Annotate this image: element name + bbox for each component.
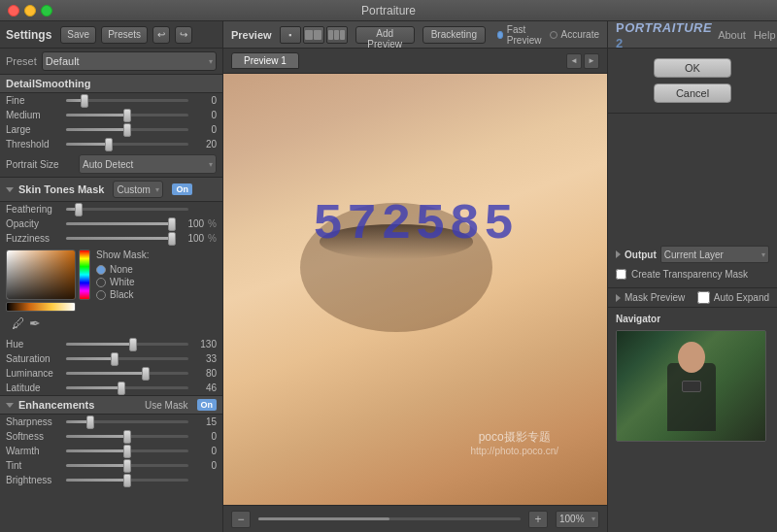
tab-prev-btn[interactable]: ◄ bbox=[566, 53, 582, 69]
portrait-size-label: Portrait Size bbox=[6, 159, 74, 170]
fast-preview-radio[interactable] bbox=[497, 31, 503, 39]
triple-view-btn[interactable] bbox=[326, 26, 348, 44]
opacity-slider[interactable] bbox=[66, 222, 176, 225]
preview-watermark-number: 572585 bbox=[313, 196, 518, 253]
bracketing-button[interactable]: Bracketing bbox=[422, 26, 486, 44]
tint-slider-row: Tint 0 bbox=[0, 458, 222, 473]
about-link[interactable]: About bbox=[718, 29, 746, 41]
preset-select[interactable]: Default bbox=[42, 51, 217, 71]
single-view-btn[interactable]: ▪ bbox=[280, 26, 301, 44]
zoom-in-button[interactable]: + bbox=[528, 511, 548, 528]
undo-button[interactable]: ↩ bbox=[152, 26, 170, 44]
output-section: Output Current Layer New Layer Create Tr… bbox=[608, 240, 777, 288]
preview-label: Preview bbox=[231, 29, 272, 41]
brightness-slider-row: Brightness bbox=[0, 473, 222, 487]
mask-preview-triangle[interactable] bbox=[616, 294, 621, 302]
enhancements-on-badge[interactable]: On bbox=[197, 399, 218, 411]
navigator-thumbnail[interactable] bbox=[616, 330, 766, 442]
tint-label: Tint bbox=[6, 460, 62, 471]
use-mask-label: Use Mask bbox=[145, 400, 187, 411]
tab-next-btn[interactable]: ► bbox=[584, 53, 599, 69]
color-picker[interactable] bbox=[6, 249, 76, 300]
warmth-label: Warmth bbox=[6, 446, 62, 456]
detail-smoothing-header: DetailSmoothing bbox=[0, 75, 222, 93]
maximize-button[interactable] bbox=[41, 5, 52, 17]
medium-slider[interactable] bbox=[66, 114, 188, 116]
fine-label: Fine bbox=[6, 95, 62, 106]
show-mask-label: Show Mask: bbox=[96, 249, 149, 260]
close-button[interactable] bbox=[8, 5, 19, 17]
tint-slider[interactable] bbox=[66, 464, 188, 467]
mask-preview-label: Mask Preview bbox=[625, 292, 685, 303]
portrait-size-select[interactable]: Auto Detect bbox=[79, 154, 217, 174]
skin-tones-on-badge[interactable]: On bbox=[172, 183, 192, 195]
minimize-button[interactable] bbox=[24, 5, 36, 17]
enhancements-header: Enhancements Use Mask On bbox=[0, 395, 222, 415]
traffic-lights bbox=[8, 5, 52, 17]
saturation-slider[interactable] bbox=[66, 357, 188, 360]
ok-button[interactable]: OK bbox=[654, 58, 731, 78]
brightness-slider[interactable] bbox=[66, 479, 188, 482]
help-link[interactable]: Help bbox=[754, 29, 776, 41]
softness-label: Softness bbox=[6, 431, 62, 442]
split-view-btn[interactable] bbox=[303, 26, 324, 44]
saturation-label: Saturation bbox=[6, 353, 62, 364]
fast-preview-option[interactable]: Fast Preview bbox=[497, 24, 544, 46]
show-mask-section: Show Mask: None White Black bbox=[96, 249, 149, 333]
preview-tabs: Preview 1 ◄ ► bbox=[223, 49, 607, 74]
zoom-out-button[interactable]: − bbox=[231, 511, 251, 528]
create-transparency-checkbox[interactable] bbox=[616, 269, 626, 280]
output-layer-select[interactable]: Current Layer New Layer bbox=[660, 246, 769, 263]
skin-tones-custom-select[interactable]: Custom bbox=[113, 181, 163, 198]
hue-slider[interactable] bbox=[66, 343, 188, 346]
cancel-button[interactable]: Cancel bbox=[654, 83, 731, 103]
opacity-slider-row: Opacity 100 % bbox=[0, 216, 222, 231]
latitude-slider[interactable] bbox=[66, 386, 188, 389]
luminance-slider-row: Luminance 80 bbox=[0, 366, 222, 381]
feathering-label: Feathering bbox=[6, 204, 62, 215]
preview-tab-1[interactable]: Preview 1 bbox=[231, 52, 299, 69]
right-panel: PORTRAITURE 2 About Help OK Cancel Outpu… bbox=[607, 21, 777, 532]
mask-black-option[interactable]: Black bbox=[96, 289, 133, 300]
sharpness-slider-row: Sharpness 15 bbox=[0, 415, 222, 429]
eyedropper-row: 🖊 ✒ bbox=[6, 314, 90, 333]
feathering-slider[interactable] bbox=[66, 208, 188, 211]
opacity-label: Opacity bbox=[6, 218, 62, 229]
preview-image: 572585 poco摄影专题 http://photo.poco.cn/ bbox=[223, 74, 607, 505]
output-triangle[interactable] bbox=[616, 250, 621, 258]
spacer bbox=[608, 114, 777, 240]
warmth-slider[interactable] bbox=[66, 449, 188, 452]
fine-slider[interactable] bbox=[66, 99, 188, 102]
fuzziness-slider[interactable] bbox=[66, 237, 176, 240]
hue-label: Hue bbox=[6, 339, 62, 349]
accurate-radio[interactable] bbox=[550, 31, 557, 39]
softness-slider[interactable] bbox=[66, 435, 188, 438]
mask-preview-row: Mask Preview Auto Expand bbox=[608, 288, 777, 308]
presets-button[interactable]: Presets bbox=[101, 26, 148, 44]
app-title: Portraiture bbox=[361, 4, 416, 17]
accurate-option[interactable]: Accurate bbox=[550, 29, 599, 40]
enhancements-triangle[interactable] bbox=[6, 403, 14, 408]
zoom-slider[interactable] bbox=[258, 517, 521, 520]
navigator-section: Navigator bbox=[608, 308, 777, 532]
luminance-value: 80 bbox=[192, 368, 217, 379]
mask-white-option[interactable]: White bbox=[96, 277, 135, 287]
save-button[interactable]: Save bbox=[60, 26, 96, 44]
color-hue-slider[interactable] bbox=[79, 249, 90, 300]
redo-button[interactable]: ↪ bbox=[175, 26, 192, 44]
large-slider[interactable] bbox=[66, 128, 188, 131]
softness-value: 0 bbox=[192, 431, 217, 442]
add-preview-button[interactable]: Add Preview bbox=[355, 26, 415, 44]
warmth-value: 0 bbox=[192, 446, 217, 456]
eyedropper2-icon[interactable]: ✒ bbox=[29, 316, 41, 331]
luminance-slider[interactable] bbox=[66, 372, 188, 375]
auto-expand-checkbox[interactable] bbox=[697, 291, 710, 304]
enhancements-label: Enhancements bbox=[18, 399, 94, 411]
sharpness-slider[interactable] bbox=[66, 420, 188, 423]
zoom-select[interactable]: 100% 50% 200% bbox=[556, 511, 599, 528]
large-slider-row: Large 0 bbox=[0, 122, 222, 137]
mask-none-option[interactable]: None bbox=[96, 264, 133, 275]
skin-tones-triangle[interactable] bbox=[6, 187, 14, 192]
eyedropper-icon[interactable]: 🖊 bbox=[12, 316, 25, 331]
threshold-slider[interactable] bbox=[66, 143, 188, 146]
